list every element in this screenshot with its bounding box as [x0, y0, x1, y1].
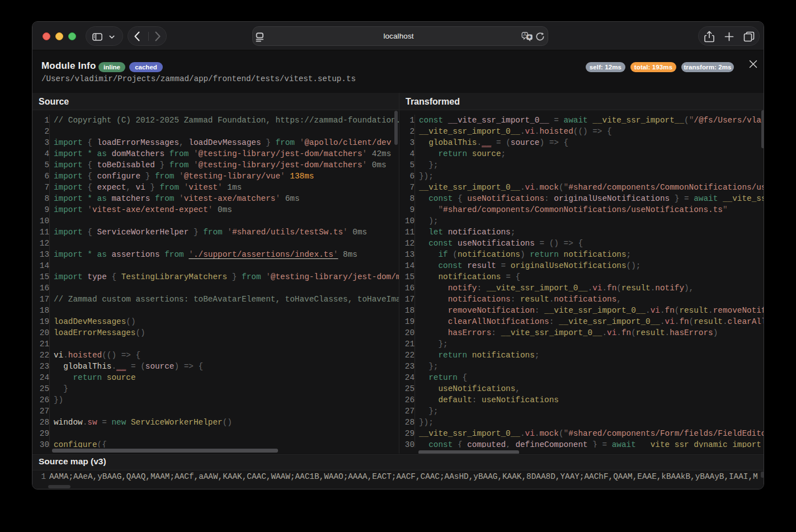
svg-text:✱: ✱: [527, 35, 531, 40]
svg-text:A: A: [524, 32, 527, 37]
